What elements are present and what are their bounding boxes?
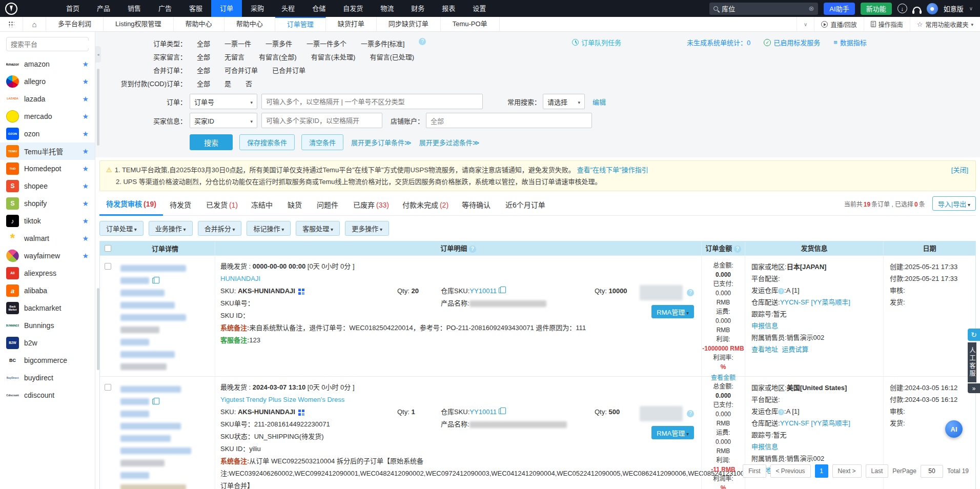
platform-search-box[interactable] xyxy=(6,37,89,51)
collapse-widgets-button[interactable]: » xyxy=(968,383,980,393)
nav-customer-service[interactable]: 客服 xyxy=(180,0,211,17)
first-page-button[interactable]: First xyxy=(743,464,766,478)
help-icon[interactable] xyxy=(419,38,426,45)
filter-option[interactable]: 全部 xyxy=(197,65,210,77)
filter-option[interactable]: 有留言(已处理) xyxy=(370,51,414,64)
app-logo-icon[interactable] xyxy=(5,3,17,15)
platform-search-input[interactable] xyxy=(11,40,95,48)
order-number-type-select[interactable]: 订单号 xyxy=(190,94,257,109)
user-avatar[interactable] xyxy=(927,3,938,14)
sidebar-item-lazada[interactable]: LAZADAlazada xyxy=(0,90,95,108)
favorite-star-icon[interactable] xyxy=(82,95,89,103)
sidebar-item-backmarket[interactable]: Back Marketbackmarket xyxy=(0,299,95,317)
favorites-menu[interactable]: 常用功能收藏夹 xyxy=(910,17,980,31)
filter-option[interactable]: 全部 xyxy=(197,38,210,50)
sku-grid-icon[interactable] xyxy=(298,289,301,291)
sidebar-item-homedepot[interactable]: THDHomedepot xyxy=(0,160,95,177)
tab-awaiting-confirm[interactable]: 等待确认 xyxy=(455,197,499,215)
product-title-link[interactable]: Yigutest Trendy Plus Size Women's Dress xyxy=(220,396,344,403)
tab-help-center-2[interactable]: 帮助中心 xyxy=(224,17,275,31)
row-checkbox[interactable] xyxy=(105,263,111,270)
search-button[interactable]: 搜索 xyxy=(190,134,233,150)
favorite-star-icon[interactable] xyxy=(82,112,89,120)
clear-conditions-button[interactable]: 清空条件 xyxy=(301,134,343,150)
favorite-star-icon[interactable] xyxy=(82,165,89,173)
sidebar-item-shopee[interactable]: Sshopee xyxy=(0,177,95,195)
favorite-star-icon[interactable] xyxy=(82,217,89,225)
copy-icon[interactable] xyxy=(499,288,503,293)
nav-self-ship[interactable]: 自发货 xyxy=(334,0,372,17)
sku-grid-icon[interactable] xyxy=(298,410,301,412)
sidebar-item-shopify[interactable]: Sshopify xyxy=(0,195,95,212)
view-address-link[interactable]: 查看地址 xyxy=(751,345,778,353)
row-checkbox[interactable] xyxy=(105,384,111,391)
copy-icon[interactable] xyxy=(152,399,157,404)
filter-option[interactable]: 是 xyxy=(224,78,231,90)
tab-temu-po[interactable]: Temu-PO单 xyxy=(441,17,500,31)
copy-icon[interactable] xyxy=(152,278,157,283)
common-search-select[interactable]: 请选择 xyxy=(543,94,585,109)
mark-ops-button[interactable]: 标记操作 xyxy=(247,221,291,236)
tab-sync-stockout-orders[interactable]: 同步缺货订单 xyxy=(377,17,441,31)
sidebar-item-allegro[interactable]: allegro xyxy=(0,73,95,90)
buyer-info-type-select[interactable]: 买家ID xyxy=(190,113,257,128)
help-icon[interactable] xyxy=(734,246,741,253)
nav-finance[interactable]: 财务 xyxy=(402,0,433,17)
warehouse-delivery-link[interactable]: YYCN-SF [YY菜鸟顺丰] xyxy=(780,419,850,427)
more-ops-button[interactable]: 更多操作 xyxy=(345,221,389,236)
declare-info-link[interactable]: 申报信息 xyxy=(751,322,778,330)
import-export-button[interactable]: 导入|导出 xyxy=(932,196,976,211)
tabs-overflow-chevron-icon[interactable] xyxy=(797,17,814,31)
expand-order-conditions-link[interactable]: 展开更多订单条件≫ xyxy=(351,137,412,147)
help-icon[interactable] xyxy=(778,409,784,415)
tab-shipped[interactable]: 已发货(1) xyxy=(199,197,244,215)
filter-option[interactable]: 一票多件 xyxy=(266,38,292,50)
freight-estimate-link[interactable]: 运费试算 xyxy=(782,345,808,353)
next-page-button[interactable]: Next > xyxy=(832,464,862,478)
edit-common-search-link[interactable]: 编辑 xyxy=(593,97,606,107)
sidebar-item-alibaba[interactable]: aalibaba xyxy=(0,282,95,299)
filter-option[interactable]: 一票一件 xyxy=(224,38,251,50)
tab-discarded[interactable]: 已废弃(33) xyxy=(346,197,396,215)
home-icon[interactable] xyxy=(23,17,46,31)
ai-assistant-fab[interactable]: AI xyxy=(945,420,963,438)
warehouse-sku-link[interactable]: YY10011 xyxy=(469,408,497,416)
declare-info-link[interactable]: 申报信息 xyxy=(751,443,778,451)
filter-option[interactable]: 已合并订单 xyxy=(272,65,305,77)
rma-button[interactable]: RMA管理 xyxy=(651,426,694,439)
sidebar-item-mercado[interactable]: mercado xyxy=(0,108,95,125)
sidebar-item-cdiscount[interactable]: Cdiscountcdiscount xyxy=(0,386,95,404)
favorite-star-icon[interactable] xyxy=(82,199,89,208)
version-label[interactable]: 如意版 xyxy=(944,4,964,13)
sidebar-item-temu-semi[interactable]: TEMUTemu半托管 xyxy=(0,142,95,160)
tab-problem[interactable]: 问题件 xyxy=(310,197,346,215)
nav-sales[interactable]: 销售 xyxy=(119,0,150,17)
live-replay-link[interactable]: 直播/回放 xyxy=(814,17,863,31)
perpage-input[interactable] xyxy=(921,465,943,478)
chevron-down-icon[interactable] xyxy=(969,6,973,11)
filter-option[interactable]: 可合并订单 xyxy=(224,65,258,77)
collapse-sidebar-handle[interactable] xyxy=(95,46,101,63)
clear-search-icon[interactable] xyxy=(808,5,814,12)
filter-option[interactable]: 有留言(全部) xyxy=(259,51,297,64)
save-search-button[interactable]: 保存搜索条件 xyxy=(239,134,295,150)
page-1-button[interactable]: 1 xyxy=(815,464,828,478)
global-search-input[interactable] xyxy=(722,5,799,12)
nav-product[interactable]: 产品 xyxy=(88,0,119,17)
tab-stockout[interactable]: 缺货 xyxy=(281,197,310,215)
headset-support-icon[interactable] xyxy=(913,7,921,12)
flag-service-enabled-link[interactable]: 已启用标发服务 xyxy=(764,37,820,47)
sidebar-item-buydirect[interactable]: BuyDirectbuydirect xyxy=(0,369,95,386)
nav-home[interactable]: 首页 xyxy=(57,0,88,17)
product-title-link[interactable]: HUNIANDAJI xyxy=(220,275,260,282)
rma-button[interactable]: RMA管理 xyxy=(651,305,694,318)
nav-warehouse[interactable]: 仓储 xyxy=(303,0,334,17)
last-page-button[interactable]: Last xyxy=(866,464,889,478)
favorite-star-icon[interactable] xyxy=(82,147,89,155)
sidebar-item-walmart[interactable]: *walmart xyxy=(0,230,95,247)
data-metrics-link[interactable]: 数据指标 xyxy=(833,37,867,47)
filter-option[interactable]: 全部 xyxy=(197,51,210,64)
nav-first-leg[interactable]: 头程 xyxy=(273,0,303,17)
tab-payment-incomplete[interactable]: 付款未完成(2) xyxy=(396,197,455,215)
sidebar-item-wayfairnew[interactable]: wayfairnew xyxy=(0,247,95,264)
